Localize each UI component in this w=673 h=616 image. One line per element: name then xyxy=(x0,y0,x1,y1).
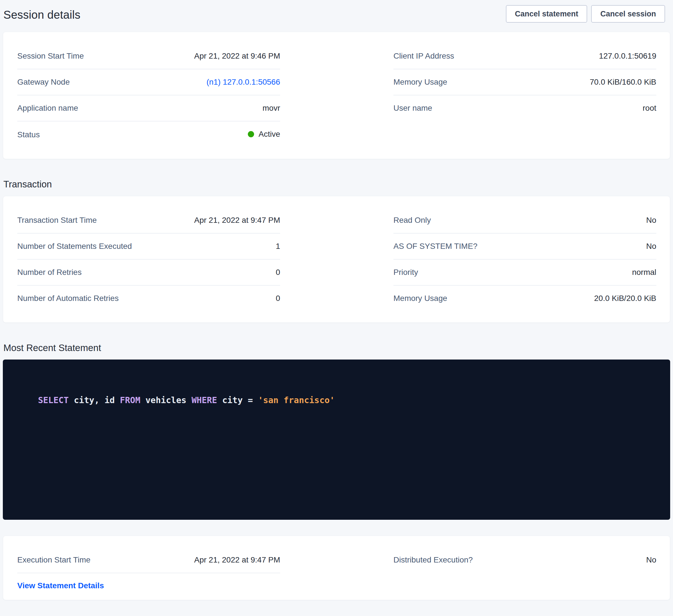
sql-token: WHERE xyxy=(192,395,217,405)
transaction-heading: Transaction xyxy=(3,179,673,190)
sql-token: FROM xyxy=(120,395,140,405)
execution-card-inner: Execution Start Time Apr 21, 2022 at 9:4… xyxy=(3,536,670,600)
summary-row: Session Start Time Apr 21, 2022 at 9:46 … xyxy=(17,43,280,69)
row-value: 1 xyxy=(276,242,280,251)
row-value: Active xyxy=(248,129,280,139)
row-label: Priority xyxy=(394,268,418,277)
row-value-text: movr xyxy=(263,103,280,113)
row-label: Number of Retries xyxy=(17,268,81,277)
session-details-page: Session details Cancel statement Cancel … xyxy=(0,0,673,600)
row-value: 70.0 KiB/160.0 KiB xyxy=(590,77,656,87)
summary-row: Status Active xyxy=(17,121,280,147)
row-value-text: Apr 21, 2022 at 9:47 PM xyxy=(194,216,280,225)
execution-card: Execution Start Time Apr 21, 2022 at 9:4… xyxy=(3,536,670,600)
summary-row: Number of Statements Executed 1 xyxy=(17,234,280,260)
row-value: normal xyxy=(632,268,656,277)
row-label: Execution Start Time xyxy=(17,555,90,565)
transaction-right-column: Read Only No AS OF SYSTEM TIME? No Prior… xyxy=(394,208,656,311)
summary-row: Memory Usage 20.0 KiB/20.0 KiB xyxy=(394,286,656,311)
row-value-text: 127.0.0.1:50619 xyxy=(599,51,656,61)
row-value: Apr 21, 2022 at 9:47 PM xyxy=(194,555,280,565)
session-summary-card: Session Start Time Apr 21, 2022 at 9:46 … xyxy=(3,32,670,159)
view-statement-details-link[interactable]: View Statement Details xyxy=(17,581,104,590)
header-actions: Cancel statement Cancel session xyxy=(506,5,665,23)
session-summary-right-column: Client IP Address 127.0.0.1:50619 Memory… xyxy=(394,43,656,147)
sql-token: city = xyxy=(217,395,258,405)
sql-token: city, id xyxy=(69,395,120,405)
row-value: Apr 21, 2022 at 9:47 PM xyxy=(194,216,280,225)
row-value: No xyxy=(646,242,656,251)
execution-left-column: Execution Start Time Apr 21, 2022 at 9:4… xyxy=(17,547,280,593)
row-value-text: 20.0 KiB/20.0 KiB xyxy=(594,294,656,303)
row-value-text: 70.0 KiB/160.0 KiB xyxy=(590,77,656,87)
sql-statement: SELECT city, id FROM vehicles WHERE city… xyxy=(18,384,335,405)
row-label: Distributed Execution? xyxy=(394,555,473,565)
summary-row: Gateway Node (n1) 127.0.0.1:50566 xyxy=(17,69,280,95)
session-summary-left-column: Session Start Time Apr 21, 2022 at 9:46 … xyxy=(17,43,280,147)
row-value-text: root xyxy=(643,103,656,113)
most-recent-statement-heading: Most Recent Statement xyxy=(3,342,673,353)
cancel-session-button[interactable]: Cancel session xyxy=(591,5,665,23)
row-value-text: 1 xyxy=(276,242,280,251)
row-value-text: normal xyxy=(632,268,656,277)
summary-row: Execution Start Time Apr 21, 2022 at 9:4… xyxy=(17,547,280,573)
row-value: No xyxy=(646,216,656,225)
row-label: Transaction Start Time xyxy=(17,216,97,225)
row-label: Memory Usage xyxy=(394,294,447,303)
row-label: Status xyxy=(17,130,40,139)
row-value: 0 xyxy=(276,294,280,303)
row-value-text: Active xyxy=(259,129,280,139)
row-label: Application name xyxy=(17,103,78,113)
row-label: User name xyxy=(394,103,432,113)
row-label: Number of Statements Executed xyxy=(17,242,132,251)
row-value: 127.0.0.1:50619 xyxy=(599,51,656,61)
row-value-text: No xyxy=(646,242,656,251)
session-summary-card-inner: Session Start Time Apr 21, 2022 at 9:46 … xyxy=(3,32,670,159)
row-value-text: Apr 21, 2022 at 9:46 PM xyxy=(194,51,280,61)
page-header: Session details Cancel statement Cancel … xyxy=(0,0,673,23)
summary-row: Application name movr xyxy=(17,95,280,121)
cancel-statement-button[interactable]: Cancel statement xyxy=(506,5,588,23)
summary-row: User name root xyxy=(394,95,656,121)
sql-token: SELECT xyxy=(38,395,68,405)
sql-statement-box: SELECT city, id FROM vehicles WHERE city… xyxy=(3,359,670,520)
summary-row: Memory Usage 70.0 KiB/160.0 KiB xyxy=(394,69,656,95)
transaction-card-inner: Transaction Start Time Apr 21, 2022 at 9… xyxy=(3,196,670,322)
row-label: Session Start Time xyxy=(17,51,84,61)
summary-row: Read Only No xyxy=(394,208,656,234)
row-value-text: No xyxy=(646,216,656,225)
row-value-text: 0 xyxy=(276,294,280,303)
transaction-card: Transaction Start Time Apr 21, 2022 at 9… xyxy=(3,196,670,323)
summary-row: Number of Automatic Retries 0 xyxy=(17,286,280,311)
summary-row: AS OF SYSTEM TIME? No xyxy=(394,234,656,260)
row-value: 20.0 KiB/20.0 KiB xyxy=(594,294,656,303)
row-value: 0 xyxy=(276,268,280,277)
sql-token: vehicles xyxy=(141,395,192,405)
execution-right-column: Distributed Execution? No xyxy=(394,547,656,593)
row-label: Client IP Address xyxy=(394,51,454,61)
summary-row: Transaction Start Time Apr 21, 2022 at 9… xyxy=(17,208,280,234)
row-value-text: (n1) 127.0.0.1:50566 xyxy=(207,77,280,87)
transaction-left-column: Transaction Start Time Apr 21, 2022 at 9… xyxy=(17,208,280,311)
summary-row: Distributed Execution? No xyxy=(394,547,656,573)
row-value-text: Apr 21, 2022 at 9:47 PM xyxy=(194,555,280,565)
row-label: Read Only xyxy=(394,216,431,225)
view-statement-details-row: View Statement Details xyxy=(17,573,280,593)
row-value: No xyxy=(646,555,656,565)
row-label: Number of Automatic Retries xyxy=(17,294,119,303)
row-value: movr xyxy=(263,103,280,113)
summary-row: Client IP Address 127.0.0.1:50619 xyxy=(394,43,656,69)
summary-row: Number of Retries 0 xyxy=(17,260,280,286)
row-label: AS OF SYSTEM TIME? xyxy=(394,242,478,251)
gateway-node-link[interactable]: (n1) 127.0.0.1:50566 xyxy=(207,77,280,87)
page-title: Session details xyxy=(3,8,80,21)
row-value: root xyxy=(643,103,656,113)
sql-token: 'san francisco' xyxy=(258,395,335,405)
summary-row: Priority normal xyxy=(394,260,656,286)
row-value-text: No xyxy=(646,555,656,565)
row-value: Apr 21, 2022 at 9:46 PM xyxy=(194,51,280,61)
active-status-dot-icon xyxy=(248,131,254,137)
row-value-text: 0 xyxy=(276,268,280,277)
row-label: Gateway Node xyxy=(17,77,70,87)
row-label: Memory Usage xyxy=(394,77,447,87)
